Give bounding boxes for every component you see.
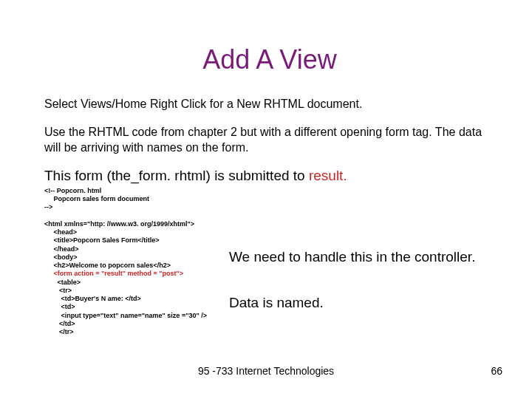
bigline-keyword: result. [309, 168, 347, 183]
footer-page-number: 66 [491, 365, 502, 377]
paragraph-2: Use the RHTML code from chapter 2 but wi… [44, 124, 495, 156]
paragraph-1: Select Views/Home Right Click for a New … [44, 96, 495, 112]
slide-title: Add A View [44, 44, 495, 75]
code-part-2: <table> <tr> <td>Buyer's N ame: </td> <t… [44, 279, 207, 336]
code-red-line: <form action = "result" method = "post"> [54, 270, 184, 277]
code-part-1: <!-- Popcorn. html Popcorn sales form do… [44, 187, 194, 278]
annotation-controller: We need to handle this in the controller… [229, 249, 475, 265]
form-submit-line: This form (the_form. rhtml) is submitted… [44, 168, 495, 184]
bigline-text: This form (the_form. rhtml) is submitted… [44, 168, 309, 183]
annotation-data-named: Data is named. [229, 295, 324, 311]
footer-course: 95 -733 Internet Technologies [0, 365, 532, 377]
slide: Add A View Select Views/Home Right Click… [0, 0, 532, 399]
